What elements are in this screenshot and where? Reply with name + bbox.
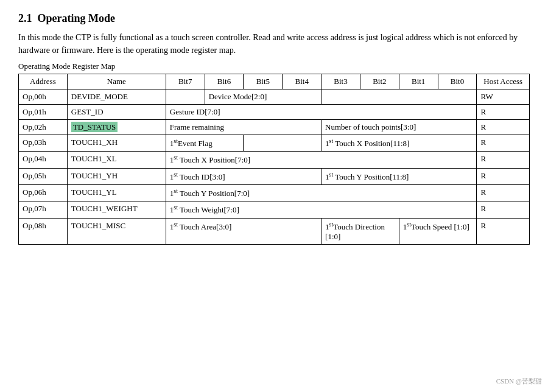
description: In this mode the CTP is fully functional… [18, 31, 530, 57]
highlighted-label: TD_STATUS [71, 122, 118, 132]
col-header-bit0: Bit0 [438, 74, 477, 89]
col-header-bit1: Bit1 [399, 74, 438, 89]
cell-touch-id: 1st Touch ID[3:0] [166, 168, 321, 184]
cell-name: TOUCH1_XH [67, 135, 166, 152]
col-header-bit2: Bit2 [360, 74, 399, 89]
cell-name: GEST_ID [67, 105, 166, 120]
cell-touch-direction: 1stTouch Direction [1:0] [321, 218, 399, 244]
cell-touch-x-pos: 1st Touch X Position[11:8] [321, 135, 477, 152]
cell-name: TD_STATUS [67, 120, 166, 135]
col-header-bit4: Bit4 [283, 74, 321, 89]
col-header-bit3: Bit3 [321, 74, 360, 89]
cell-frame-remaining: Frame remaining [166, 120, 321, 135]
cell-name: TOUCH1_WEIGHT [67, 201, 166, 218]
section-title: 2.1 Operating Mode [18, 12, 530, 25]
col-header-bit7: Bit7 [166, 74, 205, 89]
cell-num-touch: Number of touch points[3:0] [321, 120, 477, 135]
col-header-bit6: Bit6 [205, 74, 244, 89]
register-map-table: Address Name Bit7 Bit6 Bit5 Bit4 Bit3 Bi… [18, 74, 530, 245]
cell-host: R [477, 135, 530, 152]
cell-touch-xl: 1st Touch X Position[7:0] [166, 152, 477, 168]
cell-name: TOUCH1_MISC [67, 218, 166, 244]
cell-address: Op,07h [19, 201, 68, 218]
cell-address: Op,03h [19, 135, 68, 152]
cell-gesture-id: Gesture ID[7:0] [166, 105, 477, 120]
cell-host: R [477, 120, 530, 135]
cell-host: R [477, 201, 530, 218]
table-row: Op,04h TOUCH1_XL 1st Touch X Position[7:… [19, 152, 530, 168]
cell-host: R [477, 218, 530, 244]
cell-address: Op,06h [19, 184, 68, 201]
cell-address: Op,04h [19, 152, 68, 168]
cell-bit7-empty [166, 89, 205, 105]
cell-touch-area: 1st Touch Area[3:0] [166, 218, 321, 244]
cell-host: R [477, 184, 530, 201]
cell-address: Op,01h [19, 105, 68, 120]
cell-empty [244, 135, 321, 152]
cell-address: Op,02h [19, 120, 68, 135]
cell-touch-speed: 1stTouch Speed [1:0] [399, 218, 477, 244]
table-row: Op,00h DEVIDE_MODE Device Mode[2:0] RW [19, 89, 530, 105]
cell-name: TOUCH1_XL [67, 152, 166, 168]
table-caption: Operating Mode Register Map [18, 61, 530, 71]
col-header-bit5: Bit5 [244, 74, 283, 89]
cell-touch-yl: 1st Touch Y Position[7:0] [166, 184, 477, 201]
table-row: Op,08h TOUCH1_MISC 1st Touch Area[3:0] 1… [19, 218, 530, 244]
col-header-name: Name [67, 74, 166, 89]
cell-name: DEVIDE_MODE [67, 89, 166, 105]
cell-host: RW [477, 89, 530, 105]
cell-touch-y-pos: 1st Touch Y Position[11:8] [321, 168, 477, 184]
cell-device-mode: Device Mode[2:0] [205, 89, 321, 105]
cell-name: TOUCH1_YH [67, 168, 166, 184]
table-row: Op,02h TD_STATUS Frame remaining Number … [19, 120, 530, 135]
table-row: Op,03h TOUCH1_XH 1stEvent Flag 1st Touch… [19, 135, 530, 152]
cell-touch-weight: 1st Touch Weight[7:0] [166, 201, 477, 218]
col-header-address: Address [19, 74, 68, 89]
cell-host: R [477, 152, 530, 168]
cell-address: Op,00h [19, 89, 68, 105]
cell-empty1 [321, 89, 477, 105]
table-row: Op,01h GEST_ID Gesture ID[7:0] R [19, 105, 530, 120]
table-row: Op,06h TOUCH1_YL 1st Touch Y Position[7:… [19, 184, 530, 201]
col-header-host: Host Access [477, 74, 530, 89]
table-row: Op,05h TOUCH1_YH 1st Touch ID[3:0] 1st T… [19, 168, 530, 184]
cell-host: R [477, 168, 530, 184]
cell-address: Op,05h [19, 168, 68, 184]
table-row: Op,07h TOUCH1_WEIGHT 1st Touch Weight[7:… [19, 201, 530, 218]
cell-address: Op,08h [19, 218, 68, 244]
cell-event-flag: 1stEvent Flag [166, 135, 244, 152]
cell-name: TOUCH1_YL [67, 184, 166, 201]
cell-host: R [477, 105, 530, 120]
